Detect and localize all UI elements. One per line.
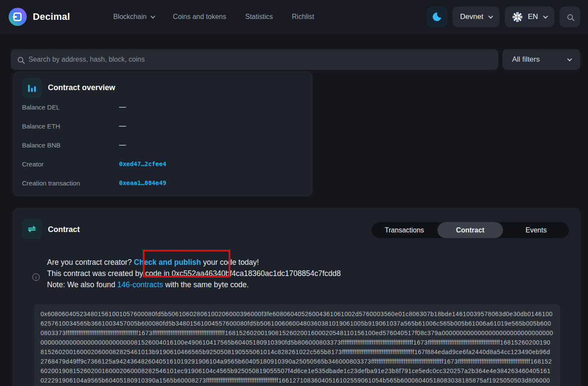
search-box[interactable] [11,49,498,70]
row-value: — [119,122,126,130]
notice-line3-suffix: with the same byte code. [163,280,248,289]
overview-rows: Balance DEL — Balance ETH — Balance BNB … [22,97,303,192]
network-select[interactable]: Devnet [453,6,500,27]
nav-links: Blockchain Coins and tokens Statistics R… [113,13,314,21]
uk-flag-icon [513,12,522,22]
nav-item-richlist[interactable]: Richlist [292,13,314,21]
nav-item-blockchain-label: Blockchain [113,13,146,21]
nav-item-richlist-label: Richlist [292,13,314,21]
tab-transactions[interactable]: Transactions [371,222,437,238]
language-select[interactable]: EN [505,6,554,27]
notice-line1-prefix: Are you contract creator? [47,258,134,267]
overview-row-balance-bnb: Balance BNB — [22,135,303,154]
overview-row-balance-eth: Balance ETH — [22,116,303,135]
transfer-icon: ⇌ [22,219,42,239]
row-label: Balance DEL [22,104,119,111]
row-value: — [119,141,126,149]
row-label: Balance ETH [22,122,119,130]
search-icon [567,14,573,20]
notice-line3-prefix: Note: We also found [47,280,117,289]
tab-events[interactable]: Events [503,222,569,238]
nav-item-statistics[interactable]: Statistics [245,13,273,21]
contracts-count-link[interactable]: 146-contracts [117,280,163,289]
all-filters-label: All filters [512,55,540,64]
tab-contract[interactable]: Contract [437,222,503,238]
creation-tx-link[interactable]: 0xeaa1…084e49 [119,179,167,186]
theme-toggle-button[interactable] [427,6,447,27]
top-navbar: Decimal Blockchain Coins and tokens Stat… [0,0,588,34]
nav-right-controls: Devnet EN [427,6,581,27]
contract-card: ⇌ Contract Transactions Contract Events … [13,208,580,386]
annotation-red-box [143,250,230,277]
overview-row-creation-transaction: Creation transaction 0xeaa1…084e49 [22,173,303,192]
notice-line-3: Note: We also found 146-contracts with t… [47,279,341,290]
chevron-down-icon [488,14,493,19]
search-icon [18,57,23,63]
nav-item-blockchain[interactable]: Blockchain [113,13,154,21]
nav-item-coins-and-tokens[interactable]: Coins and tokens [173,13,226,21]
row-value: — [119,103,126,111]
contract-overview-card: Contract overview Balance DEL — Balance … [13,72,312,196]
decimal-logo-icon [9,8,27,26]
search-button[interactable] [560,6,580,27]
bar-chart-icon [22,78,42,98]
moon-icon [433,13,441,21]
page: Decimal Blockchain Coins and tokens Stat… [0,0,588,386]
row-label: Creator [22,160,119,168]
brand-name: Decimal [33,11,70,22]
creator-address-link[interactable]: 0xed47…2cfee4 [119,160,167,167]
contract-title: Contract [48,225,80,234]
network-label: Devnet [460,13,484,21]
info-icon: i [32,273,40,281]
chevron-down-icon [151,14,155,19]
overview-row-balance-del: Balance DEL — [22,97,303,116]
bytecode-text: 0x608060405234801561001057600080fd5b5061… [41,309,553,386]
search-input[interactable] [28,56,491,63]
all-filters-dropdown[interactable]: All filters [503,49,580,70]
chevron-down-icon [543,14,548,19]
contract-tab-group: Transactions Contract Events [371,222,569,238]
brand-logo[interactable]: Decimal [9,8,70,26]
chevron-down-icon [567,56,572,61]
overview-title: Contract overview [48,83,115,92]
language-label: EN [528,13,538,21]
search-row: All filters [11,49,580,70]
row-label: Creation transaction [22,179,119,187]
bytecode-block[interactable]: 0x608060405234801561001057600080fd5b5061… [34,304,560,386]
overview-row-creator: Creator 0xed47…2cfee4 [22,154,303,173]
nav-item-coins-label: Coins and tokens [173,13,226,21]
nav-item-statistics-label: Statistics [245,13,273,21]
row-label: Balance BNB [22,141,119,149]
